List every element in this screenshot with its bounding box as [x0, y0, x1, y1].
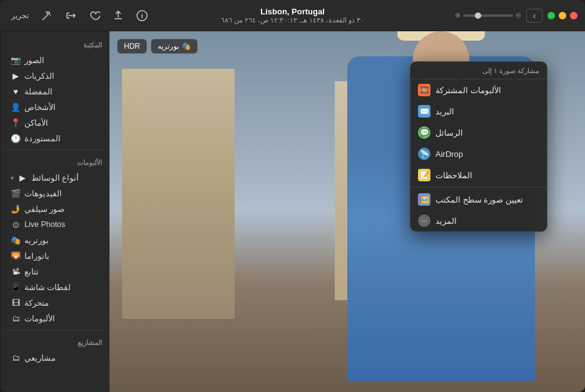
sidebar-item-live-photos[interactable]: Live Photos ⊙ [3, 217, 107, 232]
sidebar-item-albums[interactable]: الألبومات 🗂 [3, 311, 107, 326]
dropdown-item-mail[interactable]: البريد ✉️ [410, 101, 547, 122]
sidebar-videos-label: الفيديوهات [24, 189, 62, 198]
sidebar-item-photos[interactable]: الصور 📷 [3, 53, 107, 68]
animated-icon: 🎞 [11, 298, 21, 308]
albums-icon: 🗂 [11, 313, 21, 323]
edit-label: تحرير [11, 11, 29, 20]
sidebar-item-panorama[interactable]: بانوراما 🌄 [3, 248, 107, 263]
edit-button[interactable]: تحرير [8, 9, 33, 23]
photo-subtitle: ٣٠ ذو القعدة، ١٤٣٨ هـ، ١٢:٣٠:١٣ ص، ٢٦٤ م… [221, 16, 364, 24]
sidebar-item-portrait[interactable]: بورتريه 🎭 [3, 233, 107, 248]
messages-label: الرسائل [435, 128, 463, 138]
share-icon [65, 10, 76, 21]
sidebar-screenshots-label: لقطات شاشة [24, 283, 71, 292]
sidebar-item-people[interactable]: الأشخاص 👤 [3, 99, 107, 114]
sidebar-item-selfies[interactable]: صور سيلفي 🤳 [3, 201, 107, 216]
favorites-icon: ♥ [11, 86, 21, 96]
titlebar-left: › ⊖ ⊕ [455, 9, 577, 23]
sidebar-item-memories[interactable]: الذكريات ▶ [3, 68, 107, 83]
more-icon: ··· [418, 214, 430, 227]
next-arrow-button[interactable]: › [526, 9, 542, 23]
people-icon: 👤 [11, 102, 21, 112]
sidebar-animated-label: متحركة [24, 298, 49, 308]
selfies-icon: 🤳 [11, 204, 21, 214]
panorama-icon: 🌄 [11, 251, 21, 261]
app-window: › ⊖ ⊕ Lisbon, Portugal ٣٠ ذو القعدة، ١٤٣… [0, 0, 585, 392]
photo-overlay-buttons: 🎭 بورتريه HDR [117, 39, 198, 54]
notes-icon: 📝 [418, 169, 430, 181]
sidebar-item-media-types[interactable]: أنواع الوسائط ▶ ▾ [3, 170, 107, 185]
disclosure-arrow: ▾ [11, 174, 14, 181]
sidebar-burst-label: تتابع [24, 267, 39, 276]
places-icon: 📍 [11, 118, 21, 128]
photo-title: Lisbon, Portugal [221, 7, 364, 16]
dropdown-item-wallpaper[interactable]: تعيين صورة سطح المكتب 🖼️ [410, 189, 547, 210]
portrait-label: بورتريه [158, 42, 179, 51]
notes-label: الملاحظات [435, 171, 472, 180]
zoom-slider[interactable] [463, 14, 513, 17]
live-photos-icon: ⊙ [11, 219, 21, 229]
zoom-area: ⊖ ⊕ [455, 11, 521, 19]
sidebar-item-burst[interactable]: تتابع 📽 [3, 264, 107, 279]
dropdown-item-airdrop[interactable]: AirDrop 📡 [410, 143, 547, 164]
sidebar-item-animated[interactable]: متحركة 🎞 [3, 295, 107, 310]
media-types-icon: ▶ [18, 173, 28, 183]
sidebar-section-albums-label: الألبومات [1, 154, 109, 169]
wand-icon [41, 10, 53, 21]
content-area: 🎭 بورتريه HDR مشاركة صورة ١ إلى الألبوما… [0, 31, 585, 392]
sidebar-panorama-label: بانوراما [24, 251, 49, 261]
sidebar-memories-label: الذكريات [24, 71, 54, 81]
share2-button[interactable] [61, 8, 80, 24]
sidebar-item-screenshots[interactable]: لقطات شاشة 📱 [3, 279, 107, 294]
mail-icon: ✉️ [418, 105, 430, 118]
sidebar-item-my-projects[interactable]: مشاريعي 🗂 [3, 350, 107, 365]
hdr-label: HDR [124, 42, 140, 51]
close-button[interactable] [570, 12, 577, 19]
videos-icon: 🎬 [11, 188, 21, 198]
sidebar-item-favorites[interactable]: المفضلة ♥ [3, 84, 107, 99]
upload-icon [113, 10, 124, 21]
favorite-button[interactable] [85, 8, 104, 24]
sidebar: المكتبة الصور 📷 الذكريات ▶ المفضلة ♥ الأ… [0, 31, 109, 392]
titlebar: › ⊖ ⊕ Lisbon, Portugal ٣٠ ذو القعدة، ١٤٣… [0, 0, 585, 31]
sidebar-imported-label: المستوردة [24, 134, 61, 143]
burst-icon: 📽 [11, 266, 21, 276]
sidebar-live-photos-label: Live Photos [24, 220, 65, 229]
maximize-button[interactable] [547, 12, 555, 19]
hdr-button[interactable]: HDR [117, 39, 147, 54]
portrait-button[interactable]: 🎭 بورتريه [151, 39, 198, 54]
buildings-decoration [122, 69, 235, 319]
zoom-in-icon: ⊕ [455, 11, 460, 19]
airdrop-icon: 📡 [418, 148, 430, 160]
minimize-button[interactable] [559, 12, 566, 19]
dropdown-item-notes[interactable]: الملاحظات 📝 [410, 164, 547, 186]
sidebar-places-label: الأماكن [24, 118, 48, 128]
titlebar-right: تحرير [8, 8, 151, 24]
heart-icon [89, 10, 100, 21]
dropdown-item-shared-albums[interactable]: الألبومات المشتركة 🎞️ [410, 79, 547, 101]
share-button[interactable] [109, 8, 128, 24]
sidebar-item-imported[interactable]: المستوردة 🕐 [3, 131, 107, 146]
dropdown-item-messages[interactable]: الرسائل 💬 [410, 122, 547, 143]
my-projects-icon: 🗂 [11, 353, 21, 363]
dropdown-item-more[interactable]: المزيد ··· [410, 210, 547, 231]
sidebar-section-projects-label: المشاريع [1, 334, 109, 349]
screenshots-icon: 📱 [11, 282, 21, 292]
info-button[interactable] [133, 8, 151, 24]
sidebar-item-places[interactable]: الأماكن 📍 [3, 115, 107, 130]
sidebar-section-library-label: المكتبة [1, 36, 109, 52]
shared-albums-label: الألبومات المشتركة [435, 86, 501, 95]
sidebar-divider-2 [6, 329, 104, 330]
memories-icon: ▶ [11, 71, 21, 81]
imported-icon: 🕐 [11, 133, 21, 143]
svg-point-2 [142, 13, 143, 13]
sidebar-my-projects-label: مشاريعي [24, 353, 56, 363]
portrait-icon: 🎭 [181, 42, 191, 51]
share-dropdown: مشاركة صورة ١ إلى الألبومات المشتركة 🎞️ … [410, 61, 547, 232]
dropdown-header: مشاركة صورة ١ إلى [410, 62, 547, 79]
sidebar-item-videos[interactable]: الفيديوهات 🎬 [3, 186, 107, 201]
magic-button[interactable] [38, 8, 56, 24]
sidebar-people-label: الأشخاص [24, 103, 56, 112]
sidebar-portrait-label: بورتريه [24, 236, 49, 245]
airdrop-label: AirDrop [435, 149, 463, 159]
